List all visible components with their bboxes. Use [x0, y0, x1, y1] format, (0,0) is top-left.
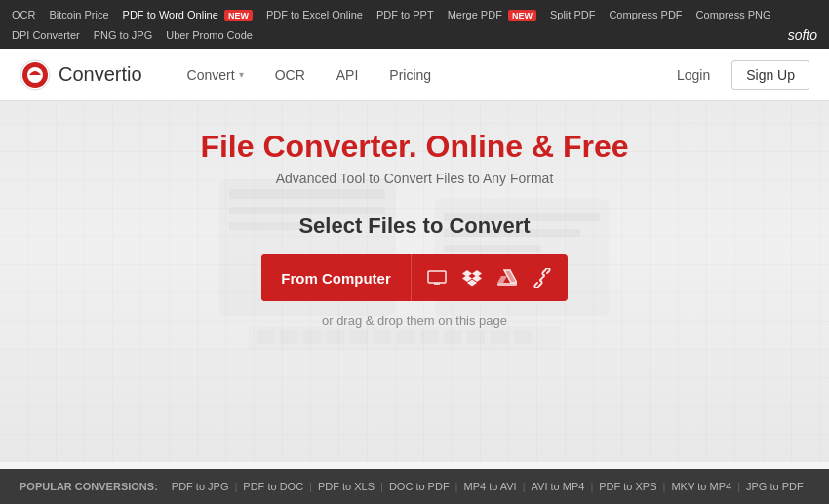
- upload-computer-icon[interactable]: [425, 266, 449, 290]
- upload-row: From Computer: [261, 254, 568, 301]
- top-bar-link-uber[interactable]: Uber Promo Code: [166, 29, 253, 41]
- nav-convert[interactable]: Convert ▾: [172, 49, 259, 101]
- new-badge: NEW: [224, 10, 253, 21]
- footer-link-2[interactable]: PDF to XLS: [318, 481, 375, 492]
- footer-link-5[interactable]: AVI to MP4: [532, 481, 585, 492]
- drag-drop-text: or drag & drop them on this page: [261, 313, 568, 328]
- select-files-title: Select Files to Convert: [261, 213, 568, 239]
- google-drive-icon[interactable]: [495, 266, 519, 290]
- footer-link-4[interactable]: MP4 to AVI: [463, 481, 516, 492]
- popular-label: POPULAR CONVERSIONS:: [20, 481, 158, 492]
- top-bar-link-compress-png[interactable]: Compress PNG: [696, 9, 771, 20]
- logo[interactable]: Convertio: [20, 59, 142, 91]
- top-bar-link-dpi[interactable]: DPI Converter: [12, 29, 80, 41]
- footer-link-3[interactable]: DOC to PDF: [389, 481, 450, 492]
- nav-auth: Login Sign Up: [665, 60, 809, 90]
- nav-pricing[interactable]: Pricing: [374, 49, 447, 101]
- dropbox-icon[interactable]: [460, 266, 484, 290]
- new-badge-2: NEW: [508, 10, 536, 21]
- svg-rect-24: [428, 271, 446, 283]
- link-icon[interactable]: [531, 266, 554, 290]
- top-bar-link-pdf-word[interactable]: PDF to Word Online NEW: [123, 9, 253, 20]
- signup-button[interactable]: Sign Up: [731, 60, 809, 90]
- nav-ocr[interactable]: OCR: [259, 49, 321, 101]
- nav-api[interactable]: API: [321, 49, 375, 101]
- hero-subtitle: Advanced Tool to Convert Files to Any Fo…: [276, 171, 554, 186]
- upload-icons: [412, 254, 568, 301]
- hero-section: File Converter. Online & Free Advanced T…: [0, 101, 829, 462]
- footer-links: PDF to JPG | PDF to DOC | PDF to XLS | D…: [172, 481, 804, 492]
- top-bar-link-compress-pdf[interactable]: Compress PDF: [609, 9, 682, 20]
- from-computer-button[interactable]: From Computer: [261, 254, 412, 301]
- footer-link-6[interactable]: PDF to XPS: [599, 481, 656, 492]
- chevron-down-icon: ▾: [239, 69, 244, 80]
- logo-text: Convertio: [59, 63, 142, 86]
- top-bar-link-png-jpg[interactable]: PNG to JPG: [94, 29, 153, 41]
- top-bar-brand: softo: [788, 27, 817, 43]
- footer-link-8[interactable]: JPG to PDF: [746, 481, 804, 492]
- top-bar-link-merge-pdf[interactable]: Merge PDF NEW: [448, 9, 536, 20]
- nav-links: Convert ▾ OCR API Pricing: [172, 49, 665, 101]
- top-bar-link-pdf-ppt[interactable]: PDF to PPT: [376, 9, 434, 20]
- login-button[interactable]: Login: [665, 61, 722, 89]
- hero-content: File Converter. Online & Free Advanced T…: [20, 129, 809, 343]
- top-bar-link-split-pdf[interactable]: Split PDF: [550, 9, 595, 20]
- svg-rect-35: [497, 283, 517, 286]
- top-bar: OCR Bitcoin Price PDF to Word Online NEW…: [0, 0, 829, 49]
- top-bar-link-bitcoin[interactable]: Bitcoin Price: [49, 9, 108, 20]
- footer-link-7[interactable]: MKV to MP4: [671, 481, 731, 492]
- top-bar-link-pdf-excel[interactable]: PDF to Excel Online: [266, 9, 363, 20]
- select-files-section: Select Files to Convert From Computer: [261, 213, 568, 328]
- footer-link-1[interactable]: PDF to DOC: [243, 481, 303, 492]
- svg-marker-34: [497, 276, 507, 283]
- footer-link-0[interactable]: PDF to JPG: [172, 481, 229, 492]
- footer: POPULAR CONVERSIONS: PDF to JPG | PDF to…: [0, 469, 829, 504]
- top-bar-link-ocr[interactable]: OCR: [12, 9, 35, 20]
- hero-title: File Converter. Online & Free: [200, 129, 628, 165]
- main-nav: Convertio Convert ▾ OCR API Pricing Logi…: [0, 49, 829, 101]
